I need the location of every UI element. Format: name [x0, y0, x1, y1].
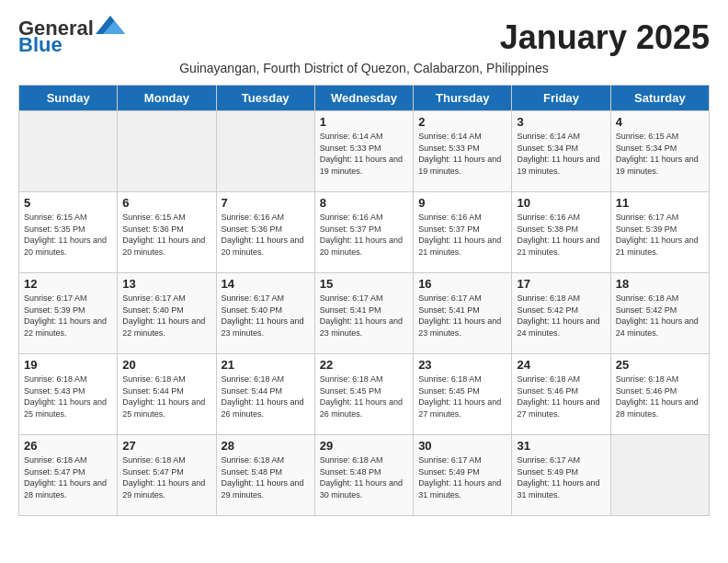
calendar-cell: 22Sunrise: 6:18 AM Sunset: 5:45 PM Dayli… — [314, 354, 413, 435]
calendar-cell: 5Sunrise: 6:15 AM Sunset: 5:35 PM Daylig… — [19, 192, 118, 273]
day-info: Sunrise: 6:17 AM Sunset: 5:40 PM Dayligh… — [222, 293, 310, 339]
calendar-cell: 24Sunrise: 6:18 AM Sunset: 5:46 PM Dayli… — [512, 354, 610, 435]
day-info: Sunrise: 6:17 AM Sunset: 5:39 PM Dayligh… — [616, 212, 704, 258]
day-info: Sunrise: 6:18 AM Sunset: 5:48 PM Dayligh… — [222, 454, 310, 500]
day-number: 16 — [418, 277, 506, 291]
calendar-cell: 19Sunrise: 6:18 AM Sunset: 5:43 PM Dayli… — [19, 354, 118, 435]
calendar-cell: 9Sunrise: 6:16 AM Sunset: 5:37 PM Daylig… — [414, 192, 512, 273]
page-header: General Blue January 2025 — [18, 18, 710, 57]
day-info: Sunrise: 6:17 AM Sunset: 5:49 PM Dayligh… — [517, 454, 605, 500]
day-number: 6 — [122, 196, 210, 210]
day-info: Sunrise: 6:17 AM Sunset: 5:49 PM Dayligh… — [418, 454, 506, 500]
calendar-cell: 31Sunrise: 6:17 AM Sunset: 5:49 PM Dayli… — [512, 435, 610, 516]
day-number: 26 — [24, 439, 112, 453]
calendar-cell: 25Sunrise: 6:18 AM Sunset: 5:46 PM Dayli… — [610, 354, 709, 435]
day-number: 19 — [24, 358, 112, 372]
calendar-cell: 21Sunrise: 6:18 AM Sunset: 5:44 PM Dayli… — [216, 354, 314, 435]
day-number: 9 — [418, 196, 506, 210]
calendar-cell: 13Sunrise: 6:17 AM Sunset: 5:40 PM Dayli… — [118, 273, 216, 354]
week-row-1: 1Sunrise: 6:14 AM Sunset: 5:33 PM Daylig… — [19, 111, 710, 192]
day-info: Sunrise: 6:16 AM Sunset: 5:36 PM Dayligh… — [222, 212, 310, 258]
week-row-3: 12Sunrise: 6:17 AM Sunset: 5:39 PM Dayli… — [19, 273, 710, 354]
day-info: Sunrise: 6:14 AM Sunset: 5:33 PM Dayligh… — [418, 131, 506, 177]
day-number: 12 — [24, 277, 112, 291]
day-number: 31 — [517, 439, 605, 453]
subtitle: Guinayangan, Fourth District of Quezon, … — [18, 61, 710, 75]
calendar-cell: 1Sunrise: 6:14 AM Sunset: 5:33 PM Daylig… — [314, 111, 413, 192]
weekday-thursday: Thursday — [414, 86, 512, 111]
calendar-cell: 28Sunrise: 6:18 AM Sunset: 5:48 PM Dayli… — [216, 435, 314, 516]
day-number: 29 — [320, 439, 408, 453]
calendar-cell: 4Sunrise: 6:15 AM Sunset: 5:34 PM Daylig… — [610, 111, 709, 192]
calendar-cell: 29Sunrise: 6:18 AM Sunset: 5:48 PM Dayli… — [314, 435, 413, 516]
day-number: 30 — [418, 439, 506, 453]
day-info: Sunrise: 6:15 AM Sunset: 5:36 PM Dayligh… — [122, 212, 210, 258]
calendar-cell: 15Sunrise: 6:17 AM Sunset: 5:41 PM Dayli… — [314, 273, 413, 354]
week-row-2: 5Sunrise: 6:15 AM Sunset: 5:35 PM Daylig… — [19, 192, 710, 273]
day-info: Sunrise: 6:18 AM Sunset: 5:47 PM Dayligh… — [24, 454, 112, 500]
calendar-cell: 10Sunrise: 6:16 AM Sunset: 5:38 PM Dayli… — [512, 192, 610, 273]
day-number: 28 — [222, 439, 310, 453]
logo-icon — [96, 16, 125, 34]
calendar-cell: 11Sunrise: 6:17 AM Sunset: 5:39 PM Dayli… — [610, 192, 709, 273]
day-info: Sunrise: 6:18 AM Sunset: 5:48 PM Dayligh… — [320, 454, 408, 500]
calendar-body: 1Sunrise: 6:14 AM Sunset: 5:33 PM Daylig… — [19, 111, 710, 516]
day-info: Sunrise: 6:18 AM Sunset: 5:43 PM Dayligh… — [24, 373, 112, 419]
day-info: Sunrise: 6:18 AM Sunset: 5:46 PM Dayligh… — [616, 373, 704, 419]
day-info: Sunrise: 6:14 AM Sunset: 5:33 PM Dayligh… — [320, 131, 408, 177]
calendar-cell: 14Sunrise: 6:17 AM Sunset: 5:40 PM Dayli… — [216, 273, 314, 354]
calendar-table: SundayMondayTuesdayWednesdayThursdayFrid… — [18, 85, 710, 516]
day-number: 2 — [418, 115, 506, 129]
calendar-cell — [216, 111, 314, 192]
day-number: 7 — [222, 196, 310, 210]
calendar-cell: 2Sunrise: 6:14 AM Sunset: 5:33 PM Daylig… — [414, 111, 512, 192]
day-info: Sunrise: 6:18 AM Sunset: 5:47 PM Dayligh… — [122, 454, 210, 500]
calendar-cell: 18Sunrise: 6:18 AM Sunset: 5:42 PM Dayli… — [610, 273, 709, 354]
day-number: 10 — [517, 196, 605, 210]
day-info: Sunrise: 6:18 AM Sunset: 5:42 PM Dayligh… — [616, 293, 704, 339]
week-row-4: 19Sunrise: 6:18 AM Sunset: 5:43 PM Dayli… — [19, 354, 710, 435]
weekday-row: SundayMondayTuesdayWednesdayThursdayFrid… — [19, 86, 710, 111]
day-info: Sunrise: 6:16 AM Sunset: 5:37 PM Dayligh… — [418, 212, 506, 258]
day-number: 8 — [320, 196, 408, 210]
calendar-cell: 20Sunrise: 6:18 AM Sunset: 5:44 PM Dayli… — [118, 354, 216, 435]
calendar-cell — [610, 435, 709, 516]
calendar-cell: 23Sunrise: 6:18 AM Sunset: 5:45 PM Dayli… — [414, 354, 512, 435]
weekday-sunday: Sunday — [19, 86, 118, 111]
day-number: 11 — [616, 196, 704, 210]
weekday-wednesday: Wednesday — [314, 86, 413, 111]
day-number: 23 — [418, 358, 506, 372]
logo-blue: Blue — [18, 35, 63, 55]
day-info: Sunrise: 6:17 AM Sunset: 5:41 PM Dayligh… — [418, 293, 506, 339]
day-number: 5 — [24, 196, 112, 210]
calendar-cell: 16Sunrise: 6:17 AM Sunset: 5:41 PM Dayli… — [414, 273, 512, 354]
day-info: Sunrise: 6:17 AM Sunset: 5:39 PM Dayligh… — [24, 293, 112, 339]
day-info: Sunrise: 6:16 AM Sunset: 5:38 PM Dayligh… — [517, 212, 605, 258]
day-number: 21 — [222, 358, 310, 372]
day-info: Sunrise: 6:18 AM Sunset: 5:44 PM Dayligh… — [122, 373, 210, 419]
day-number: 17 — [517, 277, 605, 291]
day-number: 15 — [320, 277, 408, 291]
day-info: Sunrise: 6:17 AM Sunset: 5:40 PM Dayligh… — [122, 293, 210, 339]
day-info: Sunrise: 6:18 AM Sunset: 5:46 PM Dayligh… — [517, 373, 605, 419]
day-number: 13 — [122, 277, 210, 291]
day-info: Sunrise: 6:15 AM Sunset: 5:35 PM Dayligh… — [24, 212, 112, 258]
calendar-cell: 27Sunrise: 6:18 AM Sunset: 5:47 PM Dayli… — [118, 435, 216, 516]
day-info: Sunrise: 6:16 AM Sunset: 5:37 PM Dayligh… — [320, 212, 408, 258]
day-info: Sunrise: 6:14 AM Sunset: 5:34 PM Dayligh… — [517, 131, 605, 177]
weekday-monday: Monday — [118, 86, 216, 111]
weekday-tuesday: Tuesday — [216, 86, 314, 111]
day-number: 4 — [616, 115, 704, 129]
calendar-cell — [118, 111, 216, 192]
calendar-cell: 8Sunrise: 6:16 AM Sunset: 5:37 PM Daylig… — [314, 192, 413, 273]
month-title: January 2025 — [500, 18, 710, 57]
calendar-cell: 26Sunrise: 6:18 AM Sunset: 5:47 PM Dayli… — [19, 435, 118, 516]
day-number: 25 — [616, 358, 704, 372]
day-number: 3 — [517, 115, 605, 129]
day-info: Sunrise: 6:15 AM Sunset: 5:34 PM Dayligh… — [616, 131, 704, 177]
day-number: 14 — [222, 277, 310, 291]
day-info: Sunrise: 6:18 AM Sunset: 5:44 PM Dayligh… — [222, 373, 310, 419]
day-number: 22 — [320, 358, 408, 372]
day-number: 20 — [122, 358, 210, 372]
weekday-friday: Friday — [512, 86, 610, 111]
